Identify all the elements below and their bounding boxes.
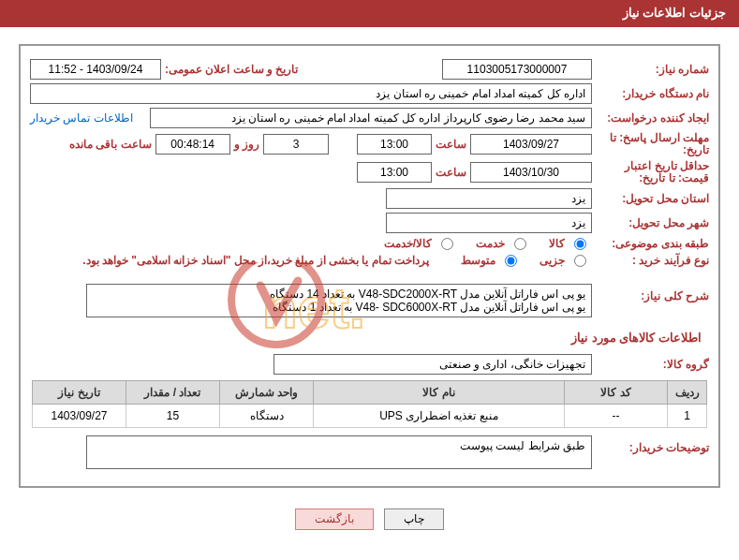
process-radio-minor[interactable] (574, 255, 586, 267)
th-name: نام کالا (314, 381, 565, 405)
validity-date: 1403/10/30 (470, 162, 592, 183)
overall-desc-line2: یو پی اس فاراتل آنلاین مدل V48- SDC6000X… (93, 301, 585, 314)
footer-buttons: چاپ بازگشت (7, 497, 732, 541)
td-name: منبع تغذیه اضطراری UPS (314, 405, 565, 428)
back-button[interactable]: بازگشت (295, 508, 374, 530)
deadline-label: مهلت ارسال پاسخ: تا تاریخ: (592, 132, 709, 156)
category-radio-goods[interactable] (574, 238, 586, 250)
requester-value: سید محمد رضا رضوی کارپرداز اداره کل کمیت… (150, 108, 592, 128)
validity-label: حداقل تاریخ اعتبار قیمت: تا تاریخ: (592, 160, 709, 184)
details-panel: شماره نیاز: 1103005173000007 تاریخ و ساع… (19, 44, 720, 488)
announce-value: 1403/09/24 - 11:52 (30, 59, 161, 80)
deadline-days-label: روز و (230, 138, 263, 151)
section-goods-title: اطلاعات کالاهای مورد نیاز (21, 321, 718, 350)
goods-group-label: گروه کالا: (592, 358, 709, 371)
category-label: طبقه بندی موضوعی: (592, 237, 709, 250)
table-header-row: ردیف کد کالا نام کالا واحد شمارش تعداد /… (33, 381, 707, 405)
process-note: پرداخت تمام یا بخشی از مبلغ خرید،از محل … (82, 254, 438, 267)
validity-time: 13:00 (357, 162, 432, 183)
process-label: نوع فرآیند خرید : (592, 254, 709, 267)
validity-time-label: ساعت (432, 166, 470, 179)
city-label: شهر محل تحویل: (592, 216, 709, 229)
table-row: 1 -- منبع تغذیه اضطراری UPS دستگاه 15 14… (33, 405, 707, 428)
goods-group-value: تجهیزات خانگی، اداری و صنعتی (273, 354, 592, 375)
td-date: 1403/09/27 (33, 405, 126, 428)
city-value: یزد (386, 213, 592, 233)
province-label: استان محل تحویل: (592, 192, 709, 205)
td-row: 1 (668, 405, 707, 428)
print-button[interactable]: چاپ (384, 508, 444, 530)
process-opt2: متوسط (444, 254, 495, 267)
deadline-time-label: ساعت (432, 138, 470, 151)
process-radio-medium[interactable] (505, 255, 517, 267)
th-date: تاریخ نیاز (33, 381, 126, 405)
need-number-label: شماره نیاز: (592, 63, 709, 76)
process-opt1: جزیی (523, 254, 565, 267)
td-unit: دستگاه (220, 405, 314, 428)
th-code: کد کالا (565, 381, 668, 405)
th-qty: تعداد / مقدار (126, 381, 220, 405)
category-radio-service[interactable] (514, 238, 526, 250)
buyer-notes-value: طبق شرایط لیست پیوست (86, 435, 592, 469)
announce-label: تاریخ و ساعت اعلان عمومی: (161, 63, 302, 76)
deadline-days: 3 (263, 134, 329, 155)
province-value: یزد (386, 188, 592, 209)
th-row: ردیف (668, 381, 707, 405)
overall-desc-label: شرح کلی نیاز: (592, 284, 709, 302)
th-unit: واحد شمارش (220, 381, 314, 405)
deadline-remain-label: ساعت باقی مانده (66, 138, 155, 151)
buyer-notes-label: توضیحات خریدار: (592, 435, 709, 454)
deadline-date: 1403/09/27 (470, 134, 592, 155)
need-number-value: 1103005173000007 (442, 59, 592, 80)
buyer-label: نام دستگاه خریدار: (592, 87, 709, 100)
category-opt1: کالا (532, 237, 565, 250)
requester-label: ایجاد کننده درخواست: (592, 111, 709, 125)
overall-desc-line1: یو پی اس فاراتل آنلاین مدل V48-SDC2000X-… (93, 287, 585, 301)
page-title: جزئیات اطلاعات نیاز (0, 0, 739, 25)
td-code: -- (565, 405, 668, 428)
buyer-value: اداره کل کمیته امداد امام خمینی ره استان… (30, 83, 592, 104)
contact-link[interactable]: اطلاعات تماس خریدار (30, 111, 150, 125)
deadline-remain: 00:48:14 (155, 134, 230, 155)
td-qty: 15 (126, 405, 220, 428)
overall-desc-box: یو پی اس فاراتل آنلاین مدل V48-SDC2000X-… (86, 284, 592, 317)
category-opt2: خدمت (459, 237, 505, 250)
category-radio-both[interactable] (441, 238, 453, 250)
deadline-time: 13:00 (357, 134, 432, 155)
category-opt3: کالا/خدمت (367, 237, 432, 250)
items-table: ردیف کد کالا نام کالا واحد شمارش تعداد /… (32, 380, 707, 428)
